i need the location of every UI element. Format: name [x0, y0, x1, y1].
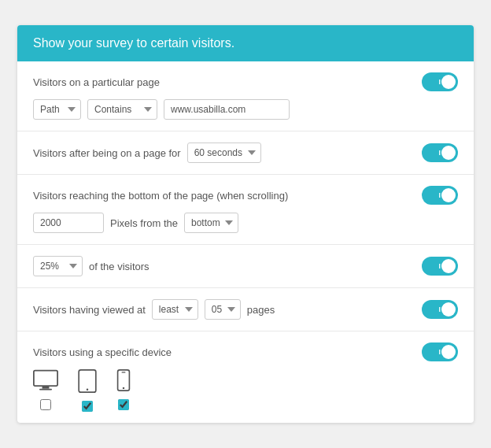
mobile-checkbox[interactable]	[118, 399, 129, 410]
particular-page-controls: Path URL Hash Contains Equals Starts wit…	[33, 99, 458, 120]
particular-page-row: Visitors on a particular page I	[33, 72, 458, 91]
device-toggle[interactable]: I	[422, 342, 458, 361]
time-on-page-toggle[interactable]: I	[422, 143, 458, 162]
path-select[interactable]: Path URL Hash	[33, 99, 81, 120]
device-row-main: Visitors using a specific device I	[33, 342, 458, 361]
scroll-bottom-controls: Pixels from the bottom top	[33, 213, 458, 233]
scroll-bottom-label: Visitors reaching the bottom of the page…	[33, 190, 288, 202]
device-icons-row	[33, 369, 458, 412]
survey-settings-card: Show your survey to certain visitors. Vi…	[17, 25, 474, 423]
svg-rect-2	[39, 389, 52, 391]
position-select[interactable]: bottom top	[184, 213, 238, 233]
percent-select[interactable]: 10% 25% 50% 75% 100%	[33, 256, 83, 276]
toggle-i-5: I	[438, 300, 441, 319]
toggle-i-2: I	[438, 143, 441, 162]
device-item-desktop	[33, 369, 58, 410]
percentage-controls: 10% 25% 50% 75% 100% of the visitors	[33, 256, 150, 276]
particular-page-toggle[interactable]: I	[422, 72, 458, 91]
section-percentage: 10% 25% 50% 75% 100% of the visitors I	[17, 245, 474, 288]
mobile-icon	[116, 369, 131, 394]
pages-viewed-prefix: Visitors having viewed at	[33, 304, 146, 316]
device-label: Visitors using a specific device	[33, 346, 172, 358]
svg-point-4	[87, 389, 89, 391]
tablet-icon	[77, 369, 98, 396]
toggle-i-4: I	[438, 257, 441, 276]
card-title: Show your survey to certain visitors.	[33, 36, 458, 50]
device-item-mobile	[116, 369, 131, 410]
pages-suffix: pages	[247, 304, 275, 316]
section-device: Visitors using a specific device I	[17, 331, 474, 423]
pages-viewed-row: Visitors having viewed at least most 01 …	[33, 299, 458, 320]
desktop-icon	[33, 369, 58, 394]
percentage-toggle[interactable]: I	[422, 257, 458, 276]
svg-point-6	[123, 387, 124, 389]
particular-page-label: Visitors on a particular page	[33, 76, 160, 88]
duration-select[interactable]: 10 seconds 30 seconds 60 seconds 2 minut…	[187, 143, 261, 163]
count-select[interactable]: 01 02 03 04 05 10 15 20	[205, 299, 241, 320]
card-header: Show your survey to certain visitors.	[17, 25, 474, 61]
card-body: Visitors on a particular page I Path URL…	[17, 61, 474, 423]
time-on-page-row: Visitors after being on a page for 10 se…	[33, 143, 458, 163]
device-item-tablet	[77, 369, 98, 412]
svg-rect-7	[122, 372, 126, 372]
url-input[interactable]	[164, 99, 290, 120]
desktop-checkbox[interactable]	[40, 399, 51, 410]
svg-rect-0	[34, 371, 57, 387]
pixels-input[interactable]	[33, 213, 104, 233]
toggle-i-3: I	[438, 186, 441, 205]
section-pages-viewed: Visitors having viewed at least most 01 …	[17, 288, 474, 331]
section-time-on-page: Visitors after being on a page for 10 se…	[17, 131, 474, 175]
percentage-suffix: of the visitors	[89, 261, 150, 272]
scroll-bottom-toggle[interactable]: I	[422, 186, 458, 205]
least-select[interactable]: least most	[152, 299, 198, 320]
toggle-i-6: I	[438, 342, 441, 361]
toggle-i-label: I	[438, 72, 441, 91]
time-on-page-label-prefix: Visitors after being on a page for	[33, 147, 181, 159]
time-on-page-controls: Visitors after being on a page for 10 se…	[33, 143, 261, 163]
condition-select[interactable]: Contains Equals Starts with	[87, 99, 157, 120]
pages-viewed-controls: Visitors having viewed at least most 01 …	[33, 299, 275, 320]
section-particular-page: Visitors on a particular page I Path URL…	[17, 61, 474, 131]
scroll-bottom-row: Visitors reaching the bottom of the page…	[33, 186, 458, 205]
tablet-checkbox[interactable]	[82, 401, 93, 412]
svg-rect-1	[42, 386, 50, 389]
pages-viewed-toggle[interactable]: I	[422, 300, 458, 319]
pixels-from-label: Pixels from the	[110, 217, 178, 229]
section-scroll-bottom: Visitors reaching the bottom of the page…	[17, 175, 474, 245]
percentage-row: 10% 25% 50% 75% 100% of the visitors I	[33, 256, 458, 276]
